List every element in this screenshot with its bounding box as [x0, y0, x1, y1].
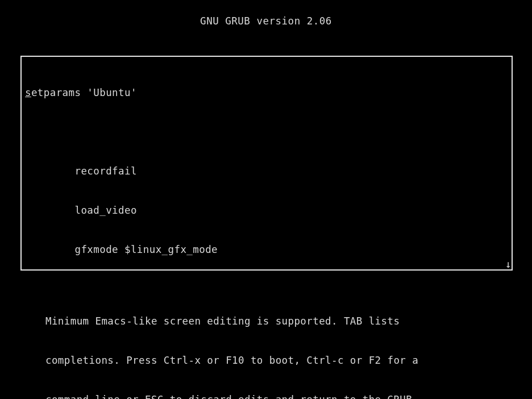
grub-edit-content[interactable]: setparams 'Ubuntu' recordfail load_video…	[25, 60, 508, 271]
edit-line[interactable]: setparams 'Ubuntu'	[25, 86, 508, 99]
scroll-down-icon: ↓	[505, 257, 512, 271]
grub-title: GNU GRUB version 2.06	[0, 0, 532, 28]
edit-line[interactable]: load_video	[25, 204, 508, 217]
grub-edit-box[interactable]: setparams 'Ubuntu' recordfail load_video…	[20, 56, 513, 271]
help-line: completions. Press Ctrl-x or F10 to boot…	[45, 354, 489, 367]
edit-line[interactable]: recordfail	[25, 165, 508, 178]
edit-line[interactable]: gfxmode $linux_gfx_mode	[25, 243, 508, 256]
cursor-char: s	[25, 87, 31, 98]
grub-screen: GNU GRUB version 2.06 setparams 'Ubuntu'…	[0, 0, 532, 399]
help-line: command-line or ESC to discard edits and…	[45, 393, 489, 399]
grub-help-text: Minimum Emacs-like screen editing is sup…	[45, 289, 489, 399]
edit-line-text: etparams 'Ubuntu'	[31, 87, 137, 98]
edit-line[interactable]	[25, 126, 508, 139]
help-line: Minimum Emacs-like screen editing is sup…	[45, 315, 489, 328]
